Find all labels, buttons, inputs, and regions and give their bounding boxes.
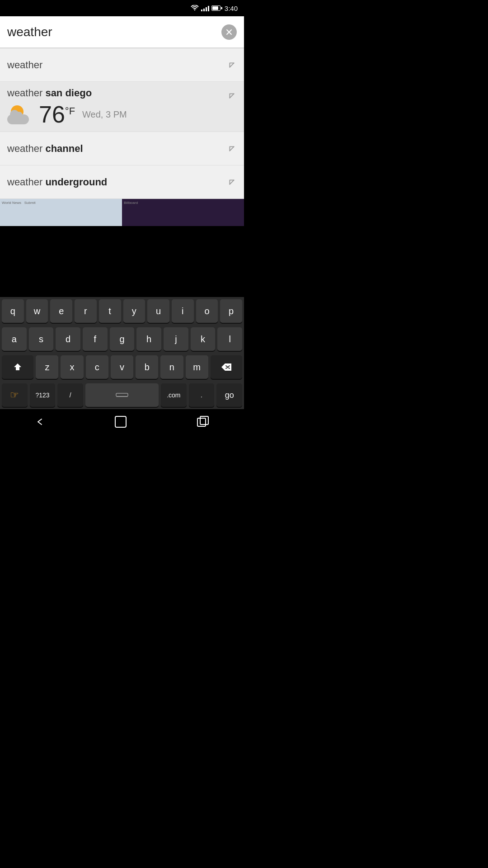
keyboard-row-4: ☞ ?123 / .com . Go <box>0 381 244 409</box>
weather-temperature: 76°F <box>39 103 75 126</box>
suggestion-weather[interactable]: weather <box>0 48 244 82</box>
weather-datetime: Wed, 3 PM <box>82 109 127 120</box>
svg-rect-3 <box>197 418 206 426</box>
key-backspace[interactable] <box>211 355 242 379</box>
search-input[interactable] <box>7 25 221 39</box>
key-u[interactable]: u <box>147 299 169 323</box>
bg-thumbnail-left: World News Submit <box>0 199 122 226</box>
key-period[interactable]: . <box>189 383 215 407</box>
key-d[interactable]: d <box>56 327 80 351</box>
nav-bar <box>0 409 244 434</box>
key-p[interactable]: p <box>220 299 242 323</box>
suggestion-text-channel: weather channel <box>7 143 227 155</box>
key-l[interactable]: l <box>217 327 242 351</box>
key-o[interactable]: o <box>196 299 218 323</box>
clear-button[interactable] <box>221 24 237 40</box>
key-s[interactable]: s <box>29 327 54 351</box>
signal-icon <box>201 5 209 11</box>
key-swype[interactable]: ☞ <box>2 383 28 407</box>
wifi-icon <box>191 5 199 11</box>
key-space[interactable] <box>85 383 159 407</box>
status-time: 3:40 <box>225 5 238 12</box>
key-z[interactable]: z <box>36 355 58 379</box>
svg-rect-1 <box>116 396 128 397</box>
suggestion-text-weather: weather <box>7 59 227 71</box>
arrow-icon-weather <box>227 60 237 70</box>
key-n[interactable]: n <box>160 355 183 379</box>
keyboard: q w e r t y u i o p a s d f g h j k l z … <box>0 297 244 409</box>
weather-widget-title: weather san diego <box>7 87 92 99</box>
suggestion-weather-san-diego[interactable]: weather san diego 76°F Wed, 3 PM <box>0 82 244 132</box>
svg-rect-2 <box>115 416 126 427</box>
key-r[interactable]: r <box>75 299 97 323</box>
bg-thumbnail-right: Billboard <box>122 199 244 226</box>
background-thumbnails: World News Submit Billboard <box>0 199 244 226</box>
suggestion-weather-underground[interactable]: weather underground <box>0 165 244 199</box>
key-c[interactable]: c <box>86 355 108 379</box>
key-h[interactable]: h <box>136 327 161 351</box>
key-numbers[interactable]: ?123 <box>30 383 56 407</box>
key-y[interactable]: y <box>123 299 145 323</box>
key-w[interactable]: w <box>26 299 48 323</box>
key-x[interactable]: x <box>61 355 83 379</box>
key-q[interactable]: q <box>2 299 24 323</box>
key-v[interactable]: v <box>111 355 133 379</box>
key-m[interactable]: m <box>186 355 208 379</box>
arrow-icon-underground <box>227 177 237 187</box>
back-icon <box>35 417 44 426</box>
key-f[interactable]: f <box>83 327 108 351</box>
partly-cloudy-icon <box>7 104 32 124</box>
status-icons: 3:40 <box>191 5 238 12</box>
key-a[interactable]: a <box>2 327 27 351</box>
arrow-icon-san-diego <box>227 91 237 101</box>
arrow-icon-channel <box>227 144 237 154</box>
key-j[interactable]: j <box>164 327 188 351</box>
battery-icon <box>211 5 221 11</box>
svg-rect-4 <box>200 416 208 425</box>
key-i[interactable]: i <box>172 299 194 323</box>
key-e[interactable]: e <box>50 299 72 323</box>
cloud-part <box>7 114 29 124</box>
status-bar: 3:40 <box>0 0 244 16</box>
search-bar <box>0 16 244 48</box>
keyboard-row-2: a s d f g h j k l <box>0 325 244 353</box>
nav-recents-button[interactable] <box>188 411 218 432</box>
key-slash[interactable]: / <box>57 383 83 407</box>
svg-marker-0 <box>14 363 21 370</box>
suggestion-weather-channel[interactable]: weather channel <box>0 132 244 165</box>
home-icon <box>115 416 127 428</box>
suggestion-text-underground: weather underground <box>7 176 227 188</box>
key-shift[interactable] <box>2 355 33 379</box>
weather-details: 76°F Wed, 3 PM <box>7 103 127 126</box>
key-b[interactable]: b <box>136 355 158 379</box>
keyboard-row-1: q w e r t y u i o p <box>0 297 244 325</box>
key-go[interactable]: Go <box>216 383 242 407</box>
nav-home-button[interactable] <box>106 411 136 432</box>
suggestions-list: weather weather san diego 76°F Wed, 3 PM <box>0 48 244 199</box>
key-g[interactable]: g <box>110 327 135 351</box>
key-k[interactable]: k <box>191 327 216 351</box>
recents-icon <box>197 416 209 428</box>
key-t[interactable]: t <box>99 299 121 323</box>
key-dotcom[interactable]: .com <box>161 383 187 407</box>
nav-back-button[interactable] <box>26 413 53 431</box>
keyboard-row-3: z x c v b n m <box>0 353 244 381</box>
